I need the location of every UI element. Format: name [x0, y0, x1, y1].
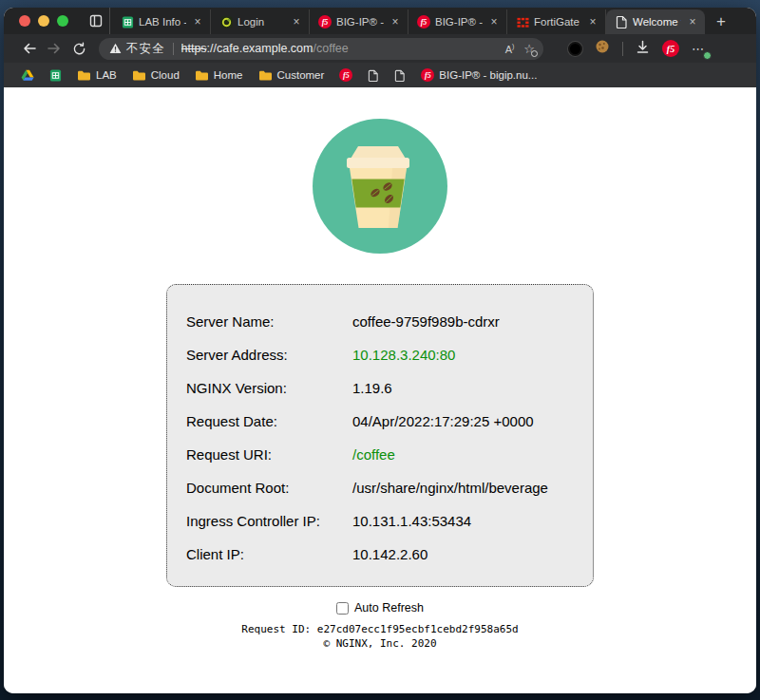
- info-label: Document Root:: [186, 480, 352, 496]
- auto-refresh-control: Auto Refresh: [4, 601, 756, 615]
- f5-icon: f5: [339, 68, 352, 82]
- tab-close-icon[interactable]: ×: [686, 15, 699, 28]
- url-text[interactable]: https://cafe.example.com/coffee: [181, 42, 505, 55]
- info-value: coffee-9759f989b-cdrxr: [352, 313, 500, 330]
- address-bar[interactable]: 不安全 https://cafe.example.com/coffee A) ☆: [99, 38, 543, 60]
- page-icon: [394, 69, 406, 82]
- info-value: 1.19.6: [352, 380, 392, 396]
- folder-icon: [258, 69, 273, 82]
- url-path: /coffee: [313, 42, 348, 55]
- info-value: 10.142.2.60: [352, 546, 428, 562]
- f5-icon: f5: [318, 15, 332, 28]
- google-drive-icon: [21, 69, 34, 82]
- maximize-window-button[interactable]: [57, 15, 68, 27]
- f5-icon: f5: [421, 68, 434, 82]
- bookmark-folder-cloud[interactable]: Cloud: [126, 67, 185, 84]
- tab-welcome-active[interactable]: Welcome t ×: [606, 9, 705, 34]
- tab-bigip-1[interactable]: f5 BIG-IP® - ×: [310, 9, 408, 34]
- omnibox-divider: [173, 43, 174, 55]
- omnibox-actions: A) ☆: [505, 43, 535, 55]
- bookmark-folder-home[interactable]: Home: [189, 67, 249, 84]
- new-tab-button[interactable]: +: [705, 12, 735, 34]
- traffic-lights: [4, 8, 82, 34]
- info-label: Server Address:: [186, 347, 352, 363]
- request-id-text: Request ID: e27cd07ecc1f95ecbf1cebd2f958…: [4, 623, 756, 637]
- page-icon: [368, 69, 379, 82]
- bookmark-f5[interactable]: f5: [333, 66, 358, 84]
- cookie-extension-icon[interactable]: [595, 39, 610, 58]
- folder-icon: [77, 69, 91, 82]
- not-secure-warning-icon: [109, 43, 122, 54]
- bookmark-folder-customer[interactable]: Customer: [253, 67, 331, 84]
- info-label: Server Name:: [186, 313, 352, 330]
- minimize-window-button[interactable]: [38, 15, 49, 27]
- tab-close-icon[interactable]: ×: [290, 15, 303, 28]
- info-value: 10.128.3.240:80: [352, 347, 455, 363]
- refresh-button[interactable]: [66, 37, 91, 60]
- settings-more-button[interactable]: ⋯: [692, 42, 705, 56]
- info-value: 10.131.1.43:53434: [352, 513, 471, 529]
- bookmark-folder-lab[interactable]: LAB: [71, 67, 123, 84]
- auto-refresh-checkbox[interactable]: [336, 602, 349, 615]
- info-label: NGINX Version:: [186, 380, 352, 396]
- google-sheets-icon: [49, 69, 62, 82]
- tab-close-icon[interactable]: ×: [389, 15, 402, 28]
- tab-bigip-2[interactable]: f5 BIG-IP® - ×: [408, 9, 507, 34]
- info-row-client-ip: Client IP: 10.142.2.60: [186, 538, 570, 571]
- info-row-request-date: Request Date: 04/Apr/2022:17:29:25 +0000: [186, 405, 570, 438]
- folder-icon: [132, 69, 146, 82]
- extensions-area: f5 ⋯: [568, 39, 705, 58]
- tabs-container: LAB Info - × Login × f5 BIG-IP® - × f5 B…: [112, 8, 735, 34]
- tab-close-icon[interactable]: ×: [586, 15, 599, 28]
- f5-icon: f5: [417, 15, 430, 28]
- tab-label: LAB Info -: [139, 16, 186, 28]
- info-label: Request URI:: [186, 446, 352, 463]
- read-aloud-icon[interactable]: A): [505, 43, 515, 55]
- tab-fortigate[interactable]: FortiGate - ×: [507, 9, 606, 34]
- page-icon: [615, 15, 628, 28]
- auto-refresh-label: Auto Refresh: [354, 601, 424, 615]
- info-row-request-uri: Request URI: /coffee: [186, 438, 570, 471]
- tab-overview-button[interactable]: [82, 8, 110, 34]
- close-window-button[interactable]: [19, 15, 30, 27]
- url-host: ://cafe.example.com: [207, 42, 314, 55]
- bookmark-label: Cloud: [151, 69, 180, 81]
- tab-label: FortiGate -: [534, 16, 581, 28]
- tab-login[interactable]: Login ×: [211, 9, 310, 34]
- forward-icon: [47, 42, 62, 55]
- bookmark-label: Home: [214, 69, 243, 81]
- bookmark-bigip[interactable]: f5 BIG-IP® - bigip.nu...: [415, 66, 542, 84]
- info-row-server-name: Server Name: coffee-9759f989b-cdrxr: [186, 305, 570, 338]
- tab-close-icon[interactable]: ×: [487, 15, 501, 28]
- server-info-panel: Server Name: coffee-9759f989b-cdrxr Serv…: [166, 284, 594, 587]
- favorite-star-icon[interactable]: ☆: [523, 43, 535, 55]
- bookmark-label: LAB: [96, 69, 117, 81]
- folder-icon: [195, 69, 209, 82]
- f5-extension-icon[interactable]: f5: [662, 40, 679, 57]
- bookmark-google-drive[interactable]: [15, 67, 40, 84]
- bookmark-page-2[interactable]: [389, 67, 411, 84]
- tab-label: Login: [238, 16, 285, 28]
- bookmark-google-sheets[interactable]: [44, 67, 67, 84]
- info-row-server-address: Server Address: 10.128.3.240:80: [186, 338, 570, 371]
- downloads-button[interactable]: [636, 40, 650, 58]
- tab-lab-info[interactable]: LAB Info - ×: [112, 9, 211, 34]
- favorite-clock-badge: [531, 50, 538, 57]
- vsphere-login-icon: [219, 15, 233, 28]
- tab-close-icon[interactable]: ×: [191, 15, 204, 28]
- bookmark-label: Customer: [277, 69, 325, 81]
- back-button[interactable]: [17, 37, 42, 60]
- bookmark-page-1[interactable]: [362, 67, 385, 84]
- profile-badge: [703, 51, 712, 60]
- bookmarks-bar: LAB Cloud Home Customer f5 f5 BIG-IP® - …: [4, 63, 756, 87]
- tab-strip: LAB Info - × Login × f5 BIG-IP® - × f5 B…: [4, 8, 756, 34]
- info-row-document-root: Document Root: /usr/share/nginx/html/bev…: [186, 471, 570, 504]
- tab-label: Welcome t: [633, 16, 681, 28]
- download-icon: [636, 40, 650, 54]
- copyright-text: © NGINX, Inc. 2020: [4, 637, 756, 652]
- forward-button[interactable]: [42, 37, 66, 60]
- extension-o-icon[interactable]: [568, 42, 582, 56]
- google-sheets-icon: [121, 15, 134, 28]
- tab-label: BIG-IP® -: [336, 16, 384, 28]
- security-status-label[interactable]: 不安全: [126, 41, 165, 57]
